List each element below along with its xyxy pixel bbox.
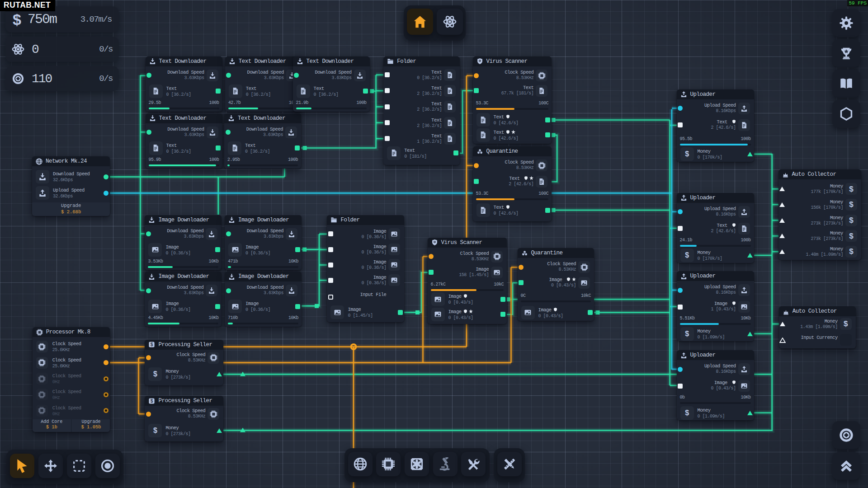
svg-text:$: $ [151,399,153,404]
svg-text:$: $ [151,343,153,347]
